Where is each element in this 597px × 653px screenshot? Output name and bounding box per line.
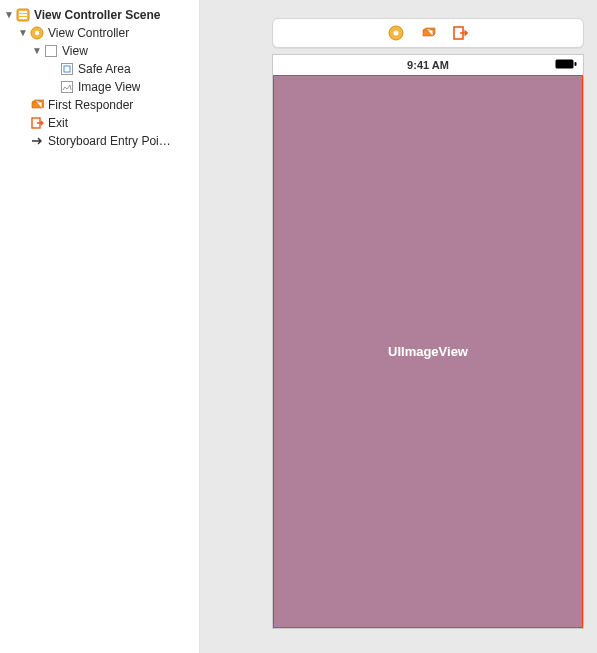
tree-row-first-responder[interactable]: ▼ First Responder [0,96,199,114]
tree-row-image-view[interactable]: ▼ Image View [0,78,199,96]
svg-rect-1 [19,11,27,13]
status-bar-time: 9:41 AM [407,59,449,71]
tree-label-entry-point: Storyboard Entry Poi… [48,134,171,148]
disclosure-triangle-icon[interactable]: ▼ [4,9,14,20]
tree-row-entry-point[interactable]: ▼ Storyboard Entry Poi… [0,132,199,150]
image-view-icon [60,80,74,94]
outline-sidebar: ▼ View Controller Scene ▼ View Controlle… [0,0,200,653]
safe-area-icon [60,62,74,76]
svg-rect-16 [575,62,577,66]
tree-label-image-view: Image View [78,80,140,94]
tree-row-scene[interactable]: ▼ View Controller Scene [0,6,199,24]
exit-icon [30,116,44,130]
device-preview-frame[interactable]: 9:41 AM UIImageView [272,54,584,629]
svg-rect-7 [62,64,73,75]
svg-point-5 [35,31,39,35]
device-status-bar: 9:41 AM [273,55,583,75]
scene-dock [272,18,584,48]
tree-label-exit: Exit [48,116,68,130]
entry-point-arrow-icon [30,134,44,148]
svg-point-13 [394,31,399,36]
disclosure-triangle-icon[interactable]: ▼ [18,27,28,38]
tree-label-scene: View Controller Scene [34,8,161,22]
scene-icon [16,8,30,22]
tree-label-first-responder: First Responder [48,98,133,112]
dock-view-controller-icon[interactable] [388,25,404,41]
view-icon [44,44,58,58]
tree-label-safe-area: Safe Area [78,62,131,76]
tree-label-view-controller: View Controller [48,26,129,40]
dock-exit-icon[interactable] [452,25,468,41]
svg-rect-2 [19,14,27,16]
svg-rect-15 [556,60,574,69]
battery-icon [555,59,577,69]
uiimageview-placeholder-label: UIImageView [388,344,468,359]
disclosure-triangle-icon[interactable]: ▼ [32,45,42,56]
svg-rect-3 [19,17,27,19]
tree-label-view: View [62,44,88,58]
tree-row-exit[interactable]: ▼ Exit [0,114,199,132]
first-responder-icon [30,98,44,112]
tree-row-safe-area[interactable]: ▼ Safe Area [0,60,199,78]
canvas-uiimageview[interactable]: UIImageView [273,75,583,628]
dock-first-responder-icon[interactable] [420,25,436,41]
svg-rect-6 [46,46,57,57]
storyboard-canvas[interactable]: 9:41 AM UIImageView [200,0,597,653]
tree-row-view[interactable]: ▼ View [0,42,199,60]
tree-row-view-controller[interactable]: ▼ View Controller [0,24,199,42]
view-controller-icon [30,26,44,40]
